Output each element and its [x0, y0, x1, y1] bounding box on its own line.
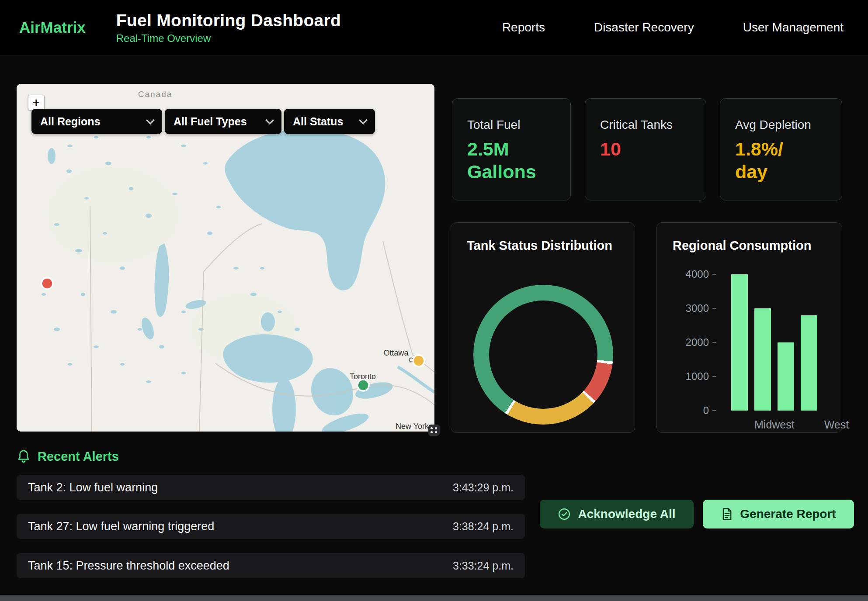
- x-tick-label: [801, 418, 818, 431]
- recent-alerts-title: Recent Alerts: [38, 449, 119, 464]
- status-filter-label: All Status: [293, 115, 343, 128]
- map-filter-bar: All Regions All Fuel Types All Status: [31, 109, 375, 134]
- stat-card-total-fuel: Total Fuel 2.5M Gallons: [452, 98, 571, 200]
- tank-status-donut[interactable]: [473, 285, 613, 425]
- nav-disaster-recovery[interactable]: Disaster Recovery: [594, 21, 694, 35]
- stat-value: 10: [600, 138, 691, 161]
- donut-hole: [489, 300, 597, 409]
- regional-bars[interactable]: [731, 274, 824, 411]
- regional-consumption-card: Regional Consumption 40003000200010000 M…: [656, 222, 842, 433]
- map-label-canada: Canada: [138, 90, 173, 99]
- stat-value: 1.8%/ day: [735, 138, 796, 183]
- tank-status-card: Tank Status Distribution: [451, 222, 635, 433]
- map-canvas[interactable]: Canada Ottawa Toronto New York: [17, 84, 434, 432]
- fuel-monitoring-dashboard: AirMatrix Fuel Monitoring Dashboard Real…: [0, 0, 868, 601]
- map-marker-warning[interactable]: [413, 355, 424, 366]
- chevron-down-icon: [359, 116, 368, 124]
- map-marker-normal[interactable]: [358, 380, 369, 391]
- page-subtitle: Real-Time Overview: [116, 32, 341, 45]
- status-filter-dropdown[interactable]: All Status: [284, 109, 375, 134]
- stat-card-critical-tanks: Critical Tanks 10: [585, 98, 706, 200]
- nav-user-management[interactable]: User Management: [743, 21, 844, 35]
- x-tick-label: [731, 418, 748, 431]
- acknowledge-all-button[interactable]: Acknowledge All: [540, 500, 694, 528]
- recent-alerts-header: Recent Alerts: [17, 449, 119, 464]
- generate-report-button[interactable]: Generate Report: [703, 500, 854, 528]
- bell-icon: [17, 449, 31, 464]
- fuel-type-filter-label: All Fuel Types: [174, 115, 247, 128]
- alert-row[interactable]: Tank 27: Low fuel warning triggered 3:38…: [17, 514, 525, 539]
- x-tick-label: West: [824, 418, 849, 431]
- acknowledge-all-label: Acknowledge All: [578, 507, 675, 521]
- horizontal-scrollbar[interactable]: [0, 595, 868, 601]
- regional-x-labels: MidwestWest: [731, 418, 849, 431]
- alert-timestamp: 3:43:29 p.m.: [453, 481, 514, 494]
- region-filter-dropdown[interactable]: All Regions: [31, 109, 162, 134]
- chevron-down-icon: [146, 116, 155, 124]
- stat-label: Critical Tanks: [600, 118, 691, 132]
- alert-timestamp: 3:33:24 p.m.: [453, 560, 514, 572]
- title-block: Fuel Monitoring Dashboard Real-Time Over…: [116, 11, 341, 45]
- consumption-bar: [754, 308, 771, 411]
- fuel-type-filter-dropdown[interactable]: All Fuel Types: [165, 109, 281, 134]
- tank-status-title: Tank Status Distribution: [467, 238, 612, 253]
- map-marker-critical[interactable]: [42, 278, 53, 289]
- alert-message: Tank 27: Low fuel warning triggered: [28, 520, 214, 533]
- brand-logo[interactable]: AirMatrix: [19, 19, 86, 36]
- alert-timestamp: 3:38:24 p.m.: [453, 520, 514, 533]
- chevron-down-icon: [265, 116, 274, 124]
- map-panel: Canada Ottawa Toronto New York + All Reg…: [17, 84, 434, 432]
- stat-value: 2.5M Gallons: [467, 138, 542, 183]
- alert-row[interactable]: Tank 15: Pressure threshold exceeded 3:3…: [17, 553, 525, 578]
- generate-report-label: Generate Report: [740, 507, 836, 521]
- regional-y-axis: 40003000200010000: [670, 274, 716, 411]
- consumption-bar: [801, 315, 817, 411]
- document-icon: [721, 508, 733, 521]
- alert-message: Tank 15: Pressure threshold exceeded: [28, 559, 229, 573]
- page-title: Fuel Monitoring Dashboard: [116, 11, 341, 30]
- region-filter-label: All Regions: [40, 115, 101, 128]
- map-label-ottawa: Ottawa: [383, 349, 409, 357]
- alert-message: Tank 2: Low fuel warning: [28, 481, 158, 494]
- alert-row[interactable]: Tank 2: Low fuel warning 3:43:29 p.m.: [17, 475, 525, 500]
- x-tick-label: Midwest: [754, 418, 795, 431]
- app-header: AirMatrix Fuel Monitoring Dashboard Real…: [0, 0, 868, 55]
- nav-reports[interactable]: Reports: [502, 21, 545, 35]
- stat-label: Total Fuel: [467, 118, 556, 132]
- map-zoom-in-button[interactable]: +: [28, 95, 45, 111]
- map-label-new-york: New York: [396, 422, 429, 431]
- main-nav: Reports Disaster Recovery User Managemen…: [502, 21, 844, 35]
- check-circle-icon: [558, 508, 571, 521]
- regional-consumption-chart: 40003000200010000 MidwestWest: [670, 274, 830, 427]
- consumption-bar: [731, 274, 748, 411]
- consumption-bar: [778, 342, 794, 411]
- regional-consumption-title: Regional Consumption: [673, 238, 811, 253]
- map-resize-handle[interactable]: [428, 425, 440, 436]
- map-svg: Canada Ottawa Toronto New York: [17, 84, 434, 432]
- stat-label: Avg Depletion: [735, 118, 827, 132]
- stat-card-avg-depletion: Avg Depletion 1.8%/ day: [720, 98, 842, 200]
